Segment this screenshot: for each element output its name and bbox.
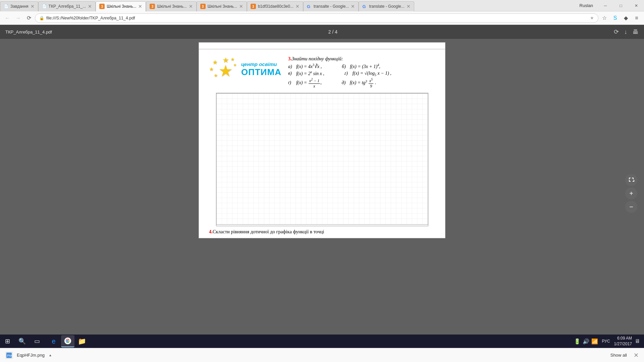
pdf-refresh-icon[interactable]: ⟳ xyxy=(614,28,619,36)
tab-b1df[interactable]: 3 b1df31dae80c3e0... ✕ xyxy=(247,1,303,11)
taskbar-chrome-icon[interactable] xyxy=(61,335,74,347)
back-button[interactable]: ← xyxy=(3,13,12,23)
taskbar-ie-icon[interactable]: e xyxy=(47,335,60,347)
maximize-button[interactable]: □ xyxy=(613,0,629,11)
taskbar-apps: e 📁 xyxy=(44,335,91,347)
close-button[interactable]: ✕ xyxy=(629,0,644,11)
star-bookmark-icon[interactable]: ★ xyxy=(590,15,594,20)
zoom-out-button[interactable]: − xyxy=(625,201,637,213)
problem-4-number: 4. xyxy=(209,229,213,234)
tab-label-1: Завдання xyxy=(10,4,29,9)
taskbar-explorer-icon[interactable]: 📁 xyxy=(75,335,89,347)
item-expr-d: f(x) = tg3 x59 . xyxy=(350,77,376,89)
navigation-bar: ← → ⟳ 🔒 file:///S:/New%20folder/TKP_Алге… xyxy=(0,11,644,25)
pdf-page-top-strip xyxy=(199,42,445,49)
item-label-v: в) xyxy=(288,71,295,76)
item-label-a: а) xyxy=(288,64,295,69)
taskbar-battery-icon: 🔋 xyxy=(574,338,581,345)
refresh-button[interactable]: ⟳ xyxy=(24,13,34,23)
download-filename: EqpHFJm.png xyxy=(17,353,45,358)
item-expr-ghe: f(x) = x2 − 1x, xyxy=(296,77,322,89)
problem-item-b: б) f(x) = (3x + 1)4, xyxy=(342,63,380,69)
pdf-print-icon[interactable]: 🖶 xyxy=(633,28,639,36)
tab-shkilni-1[interactable]: 3 Шкільні Знань... ✕ xyxy=(96,1,146,11)
tab-close-7[interactable]: ✕ xyxy=(351,4,355,9)
task-view-button[interactable]: ▭ xyxy=(30,335,44,348)
zoom-in-button[interactable]: + xyxy=(625,187,637,199)
skype-icon[interactable]: S xyxy=(610,13,620,23)
tab-close-3[interactable]: ✕ xyxy=(138,4,142,9)
pdf-toolbar-right: ⟳ ↓ 🖶 xyxy=(614,28,639,36)
tab-close-8[interactable]: ✕ xyxy=(407,4,411,9)
taskbar-notification-icon[interactable]: 🖥 xyxy=(635,338,640,344)
window-controls: ─ □ ✕ xyxy=(598,0,644,11)
extensions-icon[interactable]: ◆ xyxy=(621,13,631,23)
bookmark-icon[interactable]: ☆ xyxy=(600,13,609,23)
time-display: 6:09 AM xyxy=(614,336,632,341)
fit-page-button[interactable] xyxy=(625,174,637,186)
problem-3-number: 3. xyxy=(288,56,292,61)
tab-label-3: Шкільні Знань... xyxy=(107,4,136,9)
forward-button[interactable]: → xyxy=(13,13,23,23)
tab-favicon-8: G xyxy=(362,4,367,9)
tab-zavdannia[interactable]: 📄 Завдання ✕ xyxy=(0,1,38,11)
user-name: Ruslan xyxy=(575,3,598,8)
tab-favicon-2: 📄 xyxy=(42,4,47,9)
tab-favicon-4: 3 xyxy=(150,4,155,9)
tab-close-6[interactable]: ✕ xyxy=(296,4,300,9)
tab-close-2[interactable]: ✕ xyxy=(88,4,92,9)
problem-row-2: в) f(x) = 2x sin x , г) f(x) = √(log5 x … xyxy=(288,70,435,77)
download-bar: PNG EqpHFJm.png ▲ Show all ✕ xyxy=(0,348,644,362)
item-label-b: б) xyxy=(342,64,348,69)
star-icon-3: ★ xyxy=(209,66,214,72)
tab-label-7: transalte - Google... xyxy=(314,4,349,9)
pdf-toolbar: ТКР_Алгебра_11_4.pdf 2 / 4 ⟳ ↓ 🖶 xyxy=(0,25,644,39)
problem-item-d: д) f(x) = tg3 x59 . xyxy=(342,77,376,89)
grid-svg xyxy=(216,93,428,225)
tab-transalte[interactable]: G transalte - Google... ✕ xyxy=(303,1,359,11)
problem-row-3: ґ) f(x) = x2 − 1x, д) f(x) = tg3 x59 . xyxy=(288,77,435,89)
pdf-download-icon[interactable]: ↓ xyxy=(624,28,627,36)
zoom-controls: + − xyxy=(625,174,637,213)
star-icon-5: ★ xyxy=(230,57,235,62)
problem-3-section: 3.Знайти похідну функцій: а) f(x) = 4x3∛… xyxy=(288,56,435,89)
tab-translate[interactable]: G translate - Google... ✕ xyxy=(359,1,414,11)
address-bar[interactable]: 🔒 file:///S:/New%20folder/TKP_Алгебра_11… xyxy=(35,13,598,23)
download-close-icon[interactable]: ✕ xyxy=(634,352,639,359)
taskbar-network-icon: 📶 xyxy=(591,338,598,345)
tabs-container: 📄 Завдання ✕ 📄 ТКР_Алгебра_11_... ✕ 3 Шк… xyxy=(0,0,575,11)
address-text: file:///S:/New%20folder/TKP_Алгебра_11_4… xyxy=(46,16,588,20)
show-all-button[interactable]: Show all xyxy=(608,351,630,359)
download-chevron-icon[interactable]: ▲ xyxy=(49,353,52,357)
start-button[interactable]: ⊞ xyxy=(0,335,15,348)
date-display: 1/27/2017 xyxy=(614,341,632,347)
tab-favicon-5: 3 xyxy=(200,4,206,9)
tab-favicon-3: 3 xyxy=(99,4,105,9)
search-button[interactable]: 🔍 xyxy=(15,335,30,348)
problem-row-1: а) f(x) = 4x3∛x , б) f(x) = (3x + 1)4, xyxy=(288,63,435,69)
minimize-button[interactable]: ─ xyxy=(598,0,613,11)
logo-area: ★ ★ ★ ★ ★ ★ ★ центр освіти ОПТИМА xyxy=(209,56,281,83)
star-icon-2: ★ xyxy=(212,59,218,66)
tab-close-1[interactable]: ✕ xyxy=(31,4,35,9)
pdf-content-area: ★ ★ ★ ★ ★ ★ ★ центр освіти ОПТИМА 3.Знай… xyxy=(0,39,644,348)
tab-label-5: Шкільні Знань... xyxy=(208,4,237,9)
menu-icon[interactable]: ≡ xyxy=(632,13,641,23)
tab-tkr-pdf[interactable]: 📄 ТКР_Алгебра_11_... ✕ xyxy=(38,1,96,11)
item-label-g: г) xyxy=(344,71,351,76)
item-label-d: д) xyxy=(342,80,348,85)
taskbar-time: 6:09 AM 1/27/2017 xyxy=(614,336,632,347)
taskbar-right: 🔋 🔊 📶 РУС 6:09 AM 1/27/2017 🖥 xyxy=(574,336,644,347)
problem-item-a: а) f(x) = 4x3∛x , xyxy=(288,63,322,69)
tab-close-5[interactable]: ✕ xyxy=(239,4,243,9)
taskbar: ⊞ 🔍 ▭ e 📁 🔋 🔊 📶 РУС 6:09 AM 1 xyxy=(0,335,644,348)
tab-label-6: b1df31dae80c3e0... xyxy=(258,4,293,9)
logo-text: центр освіти ОПТИМА xyxy=(241,61,281,77)
tab-close-4[interactable]: ✕ xyxy=(189,4,193,9)
taskbar-volume-icon: 🔊 xyxy=(583,338,589,345)
item-expr-b: f(x) = (3x + 1)4, xyxy=(350,63,380,69)
title-bar: 📄 Завдання ✕ 📄 ТКР_Алгебра_11_... ✕ 3 Шк… xyxy=(0,0,644,11)
taskbar-system-icons: 🔋 🔊 📶 xyxy=(574,338,598,345)
tab-shkilni-2[interactable]: 3 Шкільні Знань... ✕ xyxy=(146,1,196,11)
tab-shkilni-3[interactable]: 3 Шкільні Знань... ✕ xyxy=(197,1,247,11)
